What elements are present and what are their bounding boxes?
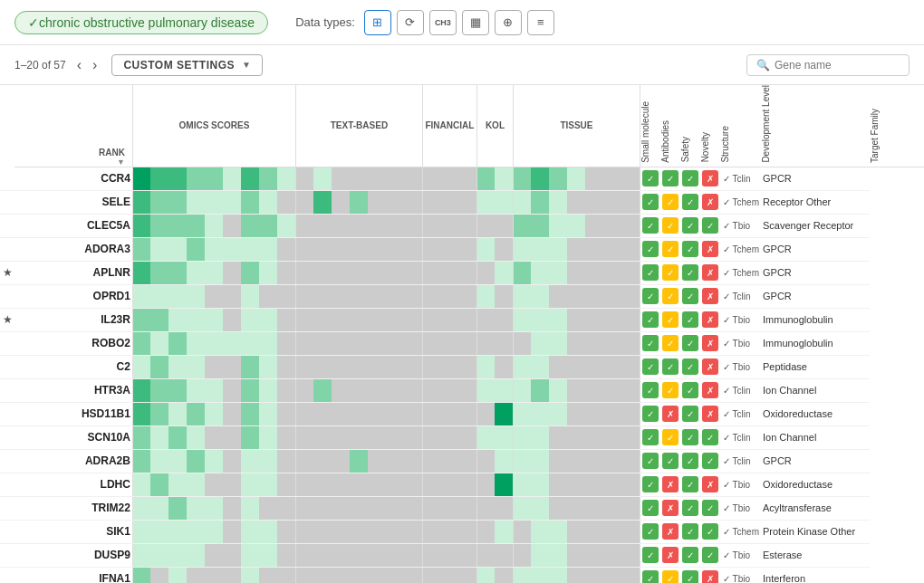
target-family-cell: Acyltransferase — [761, 496, 870, 520]
gene-name-cell[interactable]: CLEC5A — [14, 214, 132, 237]
star-cell[interactable] — [0, 402, 14, 425]
omics-heat-cell — [259, 473, 277, 496]
next-page-button[interactable]: › — [89, 57, 101, 73]
data-type-circle-icon[interactable]: ⊕ — [495, 10, 522, 35]
text-heat-cell — [332, 261, 350, 284]
star-cell[interactable] — [0, 284, 14, 308]
check-cell-1: ✓ — [660, 237, 680, 261]
star-cell[interactable]: ★ — [0, 308, 14, 331]
gene-name-cell[interactable]: LDHC — [14, 473, 132, 496]
disease-tag[interactable]: ✓ chronic obstructive pulmonary disease — [14, 11, 268, 34]
star-cell[interactable] — [0, 355, 14, 378]
table-row[interactable]: CCR4✓✓✓✗✓ TclinGPCR — [0, 167, 924, 190]
star-cell[interactable] — [0, 237, 14, 261]
data-type-grid-icon[interactable]: ⊞ — [364, 10, 391, 35]
star-cell[interactable] — [0, 543, 14, 567]
gene-name-cell[interactable]: HTR3A — [14, 378, 132, 402]
star-cell[interactable] — [0, 190, 14, 214]
gene-name-cell[interactable]: OPRD1 — [14, 284, 132, 308]
table-row[interactable]: HTR3A✓✓✓✗✓ TclinIon Channel — [0, 378, 924, 402]
tissue-heat-cell — [603, 567, 621, 583]
omics-heat-cell — [205, 167, 223, 190]
rank-sort-icon[interactable]: ▼ — [14, 158, 125, 167]
star-cell[interactable]: ★ — [0, 261, 14, 284]
gene-name-cell[interactable]: ROBO2 — [14, 331, 132, 355]
gene-name-cell[interactable]: IFNA1 — [14, 567, 132, 583]
table-row[interactable]: SCN10A✓✓✓✓✓ TclinIon Channel — [0, 425, 924, 449]
check-cell-2: ✓ — [680, 425, 700, 449]
star-cell[interactable] — [0, 567, 14, 583]
table-row[interactable]: ROBO2✓✓✓✗✓ TbioImmunoglobulin — [0, 331, 924, 355]
text-heat-cell — [295, 402, 313, 425]
gene-name-cell[interactable]: SCN10A — [14, 425, 132, 449]
tissue-heat-cell — [621, 331, 640, 355]
gene-name-cell[interactable]: APLNR — [14, 261, 132, 284]
tissue-heat-cell — [567, 214, 585, 237]
text-heat-cell — [368, 261, 386, 284]
gene-name-cell[interactable]: DUSP9 — [14, 543, 132, 567]
gene-name-search[interactable] — [775, 59, 892, 72]
omics-heat-cell — [277, 214, 295, 237]
table-row[interactable]: SELE✓✓✓✗✓ TchemReceptor Other — [0, 190, 924, 214]
table-row[interactable]: DUSP9✓✗✓✓✓ TbioEsterase — [0, 543, 924, 567]
data-type-table-icon[interactable]: ▦ — [462, 10, 489, 35]
check-cell-2: ✓ — [680, 190, 700, 214]
star-cell[interactable] — [0, 449, 14, 473]
star-cell[interactable] — [0, 425, 14, 449]
gene-name-cell[interactable]: ADRA2B — [14, 449, 132, 473]
omics-heat-cell — [150, 308, 168, 331]
gene-name-cell[interactable]: C2 — [14, 355, 132, 378]
text-heat-cell — [295, 237, 313, 261]
star-cell[interactable] — [0, 473, 14, 496]
check-cell-1: ✓ — [660, 167, 680, 190]
check-cell-3: ✗ — [700, 261, 720, 284]
custom-settings-button[interactable]: CUSTOM SETTINGS ▼ — [111, 54, 263, 76]
financial-heat-cell — [422, 520, 440, 543]
data-type-network-icon[interactable]: ⟳ — [397, 10, 424, 35]
kol-heat-cell — [476, 496, 495, 520]
table-row[interactable]: SIK1✓✗✓✓✓ TchemProtein Kinase Other — [0, 520, 924, 543]
text-heat-cell — [313, 284, 332, 308]
data-type-list-icon[interactable]: ≡ — [527, 10, 554, 35]
table-row[interactable]: OPRD1✓✓✓✗✓ TclinGPCR — [0, 284, 924, 308]
gene-name-cell[interactable]: IL23R — [14, 308, 132, 331]
text-heat-cell — [313, 567, 332, 583]
star-cell[interactable] — [0, 214, 14, 237]
omics-heat-cell — [150, 261, 168, 284]
star-cell[interactable] — [0, 496, 14, 520]
table-row[interactable]: C2✓✓✓✗✓ TbioPeptidase — [0, 355, 924, 378]
table-row[interactable]: IFNA1✓✓✓✗✓ TbioInterferon — [0, 567, 924, 583]
table-row[interactable]: ADORA3✓✓✓✗✓ TchemGPCR — [0, 237, 924, 261]
gene-name-cell[interactable]: CCR4 — [14, 167, 132, 190]
star-cell[interactable] — [0, 331, 14, 355]
financial-heat-cell — [458, 473, 476, 496]
gene-name-cell[interactable]: HSD11B1 — [14, 402, 132, 425]
star-cell[interactable] — [0, 378, 14, 402]
gene-name-cell[interactable]: TRIM22 — [14, 496, 132, 520]
data-table-container[interactable]: RANK ▼ OMICS SCORES TEXT-BASED FINANCIAL… — [0, 85, 924, 583]
search-box[interactable]: 🔍 — [746, 54, 910, 76]
table-row[interactable]: HSD11B1✓✗✓✗✓ TclinOxidoreductase — [0, 402, 924, 425]
table-row[interactable]: ★IL23R✓✓✓✗✓ TbioImmunoglobulin — [0, 308, 924, 331]
prev-page-button[interactable]: ‹ — [73, 57, 85, 73]
table-row[interactable]: LDHC✓✗✓✗✓ TbioOxidoreductase — [0, 473, 924, 496]
star-cell[interactable] — [0, 520, 14, 543]
omics-heat-cell — [168, 214, 187, 237]
star-cell[interactable] — [0, 167, 14, 190]
tissue-heat-cell — [549, 167, 567, 190]
table-row[interactable]: ADRA2B✓✓✓✓✓ TclinGPCR — [0, 449, 924, 473]
omics-heat-cell — [187, 214, 205, 237]
table-row[interactable]: TRIM22✓✗✓✓✓ TbioAcyltransferase — [0, 496, 924, 520]
gene-name-cell[interactable]: SELE — [14, 190, 132, 214]
gene-name-cell[interactable]: SIK1 — [14, 520, 132, 543]
kol-heat-cell — [495, 473, 513, 496]
star-col-header — [0, 85, 14, 167]
text-heat-cell — [368, 402, 386, 425]
table-row[interactable]: ★APLNR✓✓✓✗✓ TchemGPCR — [0, 261, 924, 284]
omics-heat-cell — [277, 473, 295, 496]
text-heat-cell — [313, 378, 332, 402]
tissue-heat-cell — [567, 567, 585, 583]
gene-name-cell[interactable]: ADORA3 — [14, 237, 132, 261]
table-row[interactable]: CLEC5A✓✓✓✓✓ TbioScavenger Receptor — [0, 214, 924, 237]
data-type-ch3-icon[interactable]: CH3 — [429, 10, 457, 35]
